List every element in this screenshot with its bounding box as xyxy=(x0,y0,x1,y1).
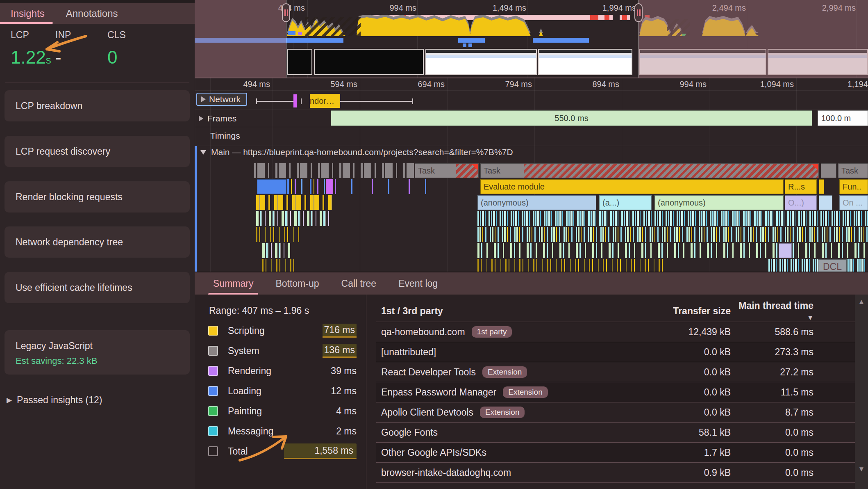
tab-summary[interactable]: Summary xyxy=(205,272,261,295)
col-header-transfer-size[interactable]: Transfer size xyxy=(624,306,731,317)
timings-track-toggle[interactable]: Timings xyxy=(210,131,240,141)
flame-ruler-label: 694 ms xyxy=(386,80,445,89)
insight-card[interactable]: LCP breakdown xyxy=(5,90,190,121)
filmstrip-thumbnail[interactable] xyxy=(314,49,424,75)
transfer-size-cell: 0.0 kB xyxy=(624,387,731,398)
frame-duration-bar[interactable]: 550.0 ms xyxy=(331,110,812,126)
network-track-label: Network xyxy=(209,94,241,104)
sidebar-tab-annotations[interactable]: Annotations xyxy=(55,3,129,24)
metric-value: 0 xyxy=(107,47,126,68)
flame-ruler-label: 894 ms xyxy=(560,80,619,89)
flame-event-bar[interactable] xyxy=(821,163,836,178)
frames-track-toggle[interactable]: Frames xyxy=(199,114,236,123)
flame-event-task[interactable]: Task xyxy=(838,163,868,178)
party-name-cell: qa-homebound.com1st party xyxy=(376,326,624,338)
tab-call-tree[interactable]: Call tree xyxy=(333,272,385,295)
insight-card[interactable]: Use efficient cache lifetimes xyxy=(5,272,190,303)
legend-swatch xyxy=(208,426,218,436)
flame-event-on-[interactable]: On ... xyxy=(839,195,868,210)
flame-event--a-[interactable]: (a...) xyxy=(599,195,652,210)
flame-chart-area[interactable]: 494 ms594 ms694 ms794 ms894 ms994 ms1,09… xyxy=(195,78,868,272)
main-track-toggle[interactable]: Main — https://blueprint.qa-homebound.co… xyxy=(200,147,513,157)
table-row[interactable]: Google Fonts58.1 kB0.0 ms xyxy=(376,422,855,442)
legend-label: System xyxy=(228,345,323,356)
flame-ruler-label: 794 ms xyxy=(473,80,532,89)
col-header-party[interactable]: 1st / 3rd party xyxy=(376,306,624,317)
total-annotation-arrow-icon[interactable] xyxy=(238,431,295,464)
flame-event-dcl[interactable]: DCL xyxy=(818,259,847,272)
legend-row-scripting[interactable]: Scripting716 ms xyxy=(208,323,357,338)
party-name-cell: React Developer ToolsExtension xyxy=(376,366,624,378)
long-task-corner-icon xyxy=(811,164,818,171)
filmstrip-thumbnail[interactable] xyxy=(425,49,537,75)
table-scrollbar[interactable]: ▲ ▼ xyxy=(855,295,868,489)
flame-event-bar[interactable] xyxy=(819,179,824,194)
insight-card[interactable]: LCP request discovery xyxy=(5,136,190,167)
passed-insights-toggle[interactable]: ▶ Passed insights (12) xyxy=(7,395,102,406)
web-vitals-metrics: LCP1.22sINP-CLS0 xyxy=(0,24,195,81)
gc-hatch-region xyxy=(305,17,361,36)
insight-card-title: LCP request discovery xyxy=(16,146,110,157)
network-request-chip[interactable]: ndor… xyxy=(310,94,340,108)
transfer-size-cell: 0.0 kB xyxy=(624,407,731,418)
scroll-down-icon[interactable]: ▼ xyxy=(855,465,868,473)
metric-label: CLS xyxy=(107,30,126,41)
tab-bottom-up[interactable]: Bottom-up xyxy=(267,272,327,295)
insight-card-title: LCP breakdown xyxy=(16,101,82,112)
frame-duration-bar[interactable]: 100.0 m xyxy=(818,110,868,126)
flame-event-o-[interactable]: O...) xyxy=(785,195,817,210)
scroll-up-icon[interactable]: ▲ xyxy=(855,298,868,306)
flame-ruler-label: 594 ms xyxy=(298,80,357,89)
insight-card[interactable]: Legacy JavaScriptEst savings: 22.3 kB xyxy=(5,330,190,375)
expand-down-icon xyxy=(200,150,206,155)
party-badge: Extension xyxy=(503,386,548,398)
table-row[interactable]: qa-homebound.com1st party12,439 kB588.6 … xyxy=(376,322,855,342)
flame-event-r-s[interactable]: R...s xyxy=(785,179,817,194)
legend-value: 136 ms xyxy=(323,344,357,358)
sidebar-tab-insights[interactable]: Insights xyxy=(0,3,55,24)
filmstrip-thumbnail[interactable] xyxy=(538,49,632,75)
table-row[interactable]: browser-intake-datadoghq.com0.9 kB0.0 ms xyxy=(376,462,855,482)
tab-event-log[interactable]: Event log xyxy=(390,272,446,295)
main-track-label: Main — https://blueprint.qa-homebound.co… xyxy=(211,147,513,157)
transfer-size-cell: 0.0 kB xyxy=(624,367,731,378)
flame-event-bar[interactable] xyxy=(819,195,832,210)
table-row[interactable]: Apollo Client DevtoolsExtension0.0 kB8.7… xyxy=(376,402,855,422)
window-resize-handle-left[interactable] xyxy=(282,3,290,22)
legend-row-painting[interactable]: Painting4 ms xyxy=(208,404,357,418)
sidebar-tab-bar: InsightsAnnotations xyxy=(0,3,195,24)
insight-card[interactable]: Network dependency tree xyxy=(5,226,190,258)
party-name-cell: Google Fonts xyxy=(376,427,624,438)
insight-card[interactable]: Render blocking requests xyxy=(5,181,190,213)
flame-ruler-label: 994 ms xyxy=(648,80,707,89)
flame-event-evaluate-module[interactable]: Evaluate module xyxy=(480,179,784,194)
legend-row-system[interactable]: System136 ms xyxy=(208,343,357,358)
overview-ruler-label: 1,994 ms xyxy=(577,3,636,13)
legend-row-loading[interactable]: Loading12 ms xyxy=(208,384,357,398)
lcp-annotation-arrow-icon[interactable] xyxy=(37,33,94,57)
table-row[interactable]: Other Google APIs/SDKs1.7 kB0.0 ms xyxy=(376,442,855,462)
flame-event--anonymous-[interactable]: (anonymous) xyxy=(477,195,596,210)
transfer-size-cell: 58.1 kB xyxy=(624,427,731,438)
flame-event-task[interactable]: Task xyxy=(480,163,819,178)
flame-event--anonymous-[interactable]: (anonymous) xyxy=(654,195,784,210)
network-request-bar[interactable] xyxy=(293,94,297,107)
party-name-cell: Apollo Client DevtoolsExtension xyxy=(376,407,624,418)
col-header-main-thread-time[interactable]: Main thread time ▼ xyxy=(731,300,813,322)
table-row[interactable]: React Developer ToolsExtension0.0 kB27.2… xyxy=(376,362,855,382)
legend-row-rendering[interactable]: Rendering39 ms xyxy=(208,363,357,378)
flame-event-fun-[interactable]: Fun.. xyxy=(839,179,868,194)
network-track-toggle[interactable]: Network xyxy=(196,93,247,106)
flame-event-task[interactable]: Task xyxy=(415,163,479,178)
table-row[interactable]: Enpass Password ManagerExtension0.0 kB11… xyxy=(376,382,855,402)
third-party-table: 1st / 3rd party Transfer size Main threa… xyxy=(376,295,855,489)
summary-range-label: Range: 407 ms – 1.96 s xyxy=(209,305,309,316)
main-thread-time-cell: 0.0 ms xyxy=(731,467,813,478)
filmstrip-thumbnail[interactable] xyxy=(287,49,312,75)
timeline-overview[interactable]: 494 ms994 ms1,494 ms1,994 ms2,494 ms2,99… xyxy=(195,0,868,78)
table-row[interactable]: [unattributed]0.0 kB273.3 ms xyxy=(376,342,855,362)
party-name-cell: [unattributed] xyxy=(376,347,624,358)
window-resize-handle-right[interactable] xyxy=(634,3,643,22)
transfer-size-cell: 1.7 kB xyxy=(624,447,731,458)
overview-network-bar xyxy=(458,38,485,43)
